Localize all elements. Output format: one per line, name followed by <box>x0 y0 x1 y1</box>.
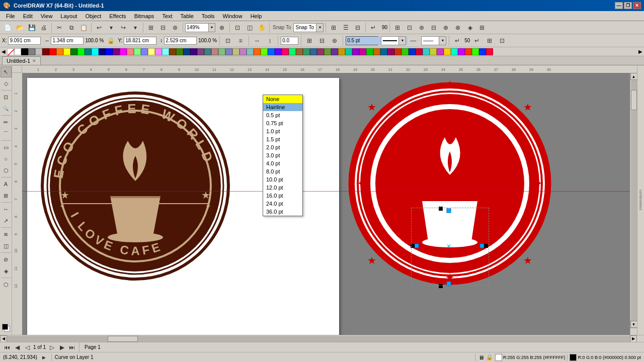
color-swatch-62[interactable] <box>451 48 458 55</box>
line-style-drop-btn[interactable]: ▾ <box>398 37 406 45</box>
menu-bitmaps[interactable]: Bitmaps <box>130 12 158 20</box>
pb-end-btn3[interactable]: ⊞ <box>484 35 495 46</box>
x-coord-input[interactable]: 9.091 cm <box>8 37 41 45</box>
menu-view[interactable]: View <box>37 12 57 20</box>
blend-tool-btn[interactable]: ≋ <box>1 229 12 240</box>
options2-btn[interactable]: ☰ <box>340 22 351 33</box>
color-swatch-47[interactable] <box>345 48 352 55</box>
line-style-combo[interactable]: ▾ <box>381 36 406 45</box>
dd-item-24-0[interactable]: 24.0 pt <box>263 200 302 208</box>
pb-end-btn2[interactable]: ↵ <box>471 35 482 46</box>
apply-btn[interactable]: ↵ <box>368 22 379 33</box>
color-swatch-27[interactable] <box>204 48 211 55</box>
paste-button[interactable]: 📋 <box>78 22 89 33</box>
color-swatch-43[interactable] <box>317 48 324 55</box>
color-swatch-0[interactable] <box>14 48 21 55</box>
angle-input[interactable] <box>281 37 298 45</box>
tb-btn-b[interactable]: ⊡ <box>404 22 415 33</box>
restore-button[interactable]: ❐ <box>624 2 632 9</box>
scroll-thumb-v[interactable] <box>631 90 637 110</box>
nav-prev-page-btn[interactable]: ◁ <box>23 343 31 351</box>
color-swatch-58[interactable] <box>423 48 430 55</box>
scroll-down-btn[interactable]: ▼ <box>630 321 637 328</box>
smartfill-tool-btn[interactable]: ⬡ <box>1 279 12 290</box>
fill-tool-btn[interactable]: ◈ <box>1 265 12 277</box>
fill-color-indicator[interactable] <box>2 324 8 330</box>
tb-btn-d[interactable]: ⊟ <box>428 22 439 33</box>
options3-btn[interactable]: ⊟ <box>352 22 363 33</box>
freehand-tool-btn[interactable]: ✏ <box>1 117 12 128</box>
cut-button[interactable]: ✂ <box>54 22 65 33</box>
tb-btn-e[interactable]: ⊕ <box>440 22 451 33</box>
color-swatch-65[interactable] <box>472 48 479 55</box>
nav-first-btn[interactable]: ⏮ <box>3 343 11 351</box>
color-swatch-34[interactable] <box>254 48 261 55</box>
coord-unit-btn[interactable]: ▶ <box>40 354 48 361</box>
line-end-drop-btn[interactable]: ▾ <box>439 37 446 45</box>
zoom-dropdown-btn[interactable]: ▾ <box>208 24 215 32</box>
color-swatch-5[interactable] <box>49 48 56 55</box>
color-swatch-4[interactable] <box>42 48 49 55</box>
color-swatch-1[interactable] <box>21 48 28 55</box>
menu-layout[interactable]: Layout <box>56 12 81 20</box>
eyedropper-tool-btn[interactable]: ⊘ <box>1 254 12 265</box>
pb-btn2[interactable]: ⊟ <box>316 35 328 46</box>
color-swatch-29[interactable] <box>218 48 225 55</box>
dd-item-16-0[interactable]: 16.0 pt <box>263 192 302 200</box>
menu-effects[interactable]: Effects <box>105 12 130 20</box>
transform-btn[interactable]: ⊡ <box>222 35 233 46</box>
copy-button[interactable]: ⧉ <box>66 22 77 33</box>
color-swatch-49[interactable] <box>359 48 366 55</box>
snap-dropdown-btn[interactable]: ▾ <box>316 24 323 32</box>
connector-tool-btn[interactable]: ↗ <box>1 215 12 226</box>
scroll-up-btn[interactable]: ▲ <box>630 73 637 80</box>
rect-tool-btn[interactable]: ▭ <box>1 142 12 153</box>
text-tool-btn[interactable]: A <box>1 178 12 190</box>
color-swatch-46[interactable] <box>338 48 345 55</box>
pb-end-btn4[interactable]: ⊡ <box>497 35 508 46</box>
color-swatch-53[interactable] <box>387 48 394 55</box>
undo-button[interactable]: ↩ <box>94 22 105 33</box>
color-swatch-25[interactable] <box>190 48 197 55</box>
color-swatch-2[interactable] <box>28 48 35 55</box>
color-swatch-39[interactable] <box>289 48 296 55</box>
color-swatch-30[interactable] <box>225 48 232 55</box>
color-swatch-26[interactable] <box>197 48 204 55</box>
palette-scroll-right[interactable]: ▶ <box>637 49 644 54</box>
snap-combo[interactable]: Snap To ▾ <box>293 23 324 32</box>
color-swatch-15[interactable] <box>120 48 127 55</box>
color-swatch-16[interactable] <box>127 48 134 55</box>
save-button[interactable]: 💾 <box>26 22 37 33</box>
mirror-h-btn[interactable]: ↔ <box>252 35 263 46</box>
pb-btn3[interactable]: ⊛ <box>329 35 340 46</box>
color-swatch-55[interactable] <box>401 48 409 55</box>
color-swatch-11[interactable] <box>92 48 99 55</box>
zoom-combo[interactable]: 149% ▾ <box>185 23 215 32</box>
color-swatch-45[interactable] <box>331 48 338 55</box>
color-swatch-31[interactable] <box>232 48 239 55</box>
nav-next-page-btn[interactable]: ▷ <box>48 343 56 351</box>
doc-tab-untitled[interactable]: Untitled-1 ✕ <box>2 56 41 65</box>
export-button[interactable]: ⊟ <box>157 22 169 33</box>
color-swatch-17[interactable] <box>134 48 141 55</box>
color-swatch-41[interactable] <box>303 48 310 55</box>
doc-tab-close[interactable]: ✕ <box>32 58 36 63</box>
color-swatch-50[interactable] <box>366 48 373 55</box>
color-swatch-52[interactable] <box>380 48 387 55</box>
menu-tools[interactable]: Tools <box>198 12 219 20</box>
import-button[interactable]: ⊞ <box>145 22 156 33</box>
color-swatch-37[interactable] <box>275 48 282 55</box>
shape-tool-btn[interactable]: ◇ <box>1 78 12 89</box>
stroke-width-combo[interactable]: 0.5 pt ▾ <box>346 36 378 45</box>
dd-item-0-5[interactable]: 0.5 pt <box>263 111 302 119</box>
table-tool-btn[interactable]: ⊞ <box>1 190 12 201</box>
dd-item-2-0[interactable]: 2.0 pt <box>263 143 302 151</box>
nav-last-btn[interactable]: ⏭ <box>68 343 76 351</box>
print-button[interactable]: 🖨 <box>38 22 49 33</box>
color-swatch-20[interactable] <box>155 48 162 55</box>
view-mode-btn[interactable]: ◫ <box>244 22 255 33</box>
redo-button[interactable]: ↪ <box>118 22 129 33</box>
color-swatch-10[interactable] <box>85 48 92 55</box>
lock-ratio-btn[interactable]: 🔒 <box>105 35 116 46</box>
scroll-thumb-h[interactable] <box>108 336 138 342</box>
